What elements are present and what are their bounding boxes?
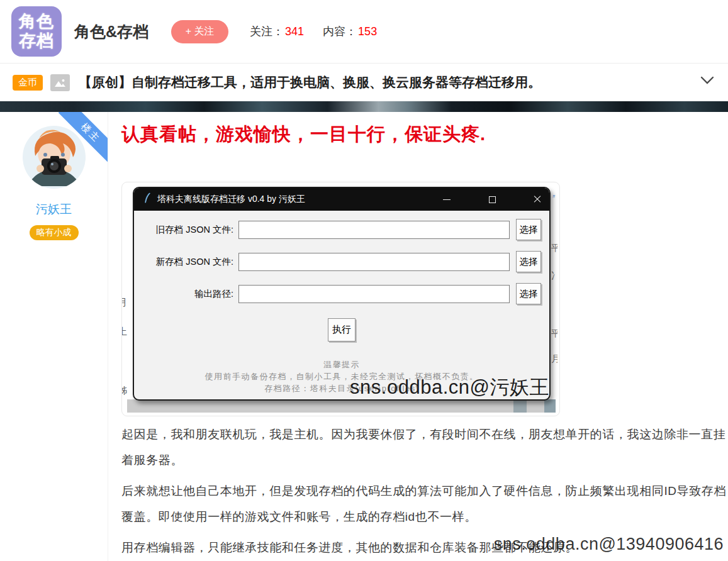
followers-label: 关注：	[250, 25, 284, 38]
board-header: 角色 存档 角色&存档 + 关注 关注：341 内容：153	[0, 0, 728, 63]
output-path-browse-button[interactable]: 选择	[516, 283, 541, 304]
follow-button[interactable]: + 关注	[171, 20, 228, 43]
close-icon[interactable]	[530, 188, 544, 211]
post-headline: 认真看帖，游戏愉快，一目十行，保证头疼.	[121, 122, 728, 147]
board-logo-text-top: 角色	[19, 12, 54, 31]
content-stat: 内容：153	[323, 24, 377, 39]
board-logo-text-bottom: 存档	[19, 31, 54, 51]
screenshot-watermark: sns.oddba.cn@污妖王	[350, 374, 549, 401]
app-window: 塔科夫离线版存档迁移 v0.4 by 污妖王 旧存档 JSON 文件: 选择 新…	[133, 187, 551, 401]
thread-title[interactable]: 【原创】自制存档迁移工具，适用于换电脑、换服、换云服务器等存档迁移用。	[79, 74, 541, 91]
form-row-old-save: 旧存档 JSON 文件: 选择	[142, 219, 541, 240]
board-stats: 关注：341 内容：153	[250, 24, 396, 39]
clipped-text-fragment: 平	[551, 328, 557, 340]
tips-title: 温馨提示	[142, 358, 541, 370]
gold-coin-badge: 金币	[13, 75, 43, 91]
chevron-down-icon[interactable]	[700, 76, 714, 87]
author-sidebar: 楼主	[0, 112, 108, 561]
post-content: 认真看帖，游戏愉快，一目十行，保证头疼. 月 上 姊 平 冫 平 月 〃	[108, 112, 728, 561]
maximize-icon[interactable]	[485, 188, 499, 211]
forum-page: 角色 存档 角色&存档 + 关注 关注：341 内容：153 金币 【原创】自制…	[0, 0, 728, 561]
new-save-label: 新存档 JSON 文件:	[142, 256, 233, 268]
content-value: 153	[358, 25, 377, 38]
post-paragraph: 后来就想让他自己本地开，但是发现存档的代码生成的算法可能加入了硬件信息，防止频繁…	[121, 478, 728, 530]
output-path-label: 输出路径:	[142, 288, 233, 300]
clipped-text-fragment: 冫	[551, 270, 557, 282]
old-save-label: 旧存档 JSON 文件:	[142, 224, 233, 236]
new-save-browse-button[interactable]: 选择	[516, 251, 541, 272]
old-save-browse-button[interactable]: 选择	[516, 219, 541, 240]
minimize-icon[interactable]	[440, 188, 454, 211]
avatar[interactable]	[23, 126, 86, 189]
python-feather-icon	[143, 192, 151, 206]
thread-title-bar: 金币 【原创】自制存档迁移工具，适用于换电脑、换服、换云服务器等存档迁移用。	[0, 63, 728, 101]
clipped-text-fragment: 姊	[122, 385, 128, 397]
board-title: 角色&存档	[74, 21, 148, 42]
app-window-title: 塔科夫离线版存档迁移 v0.4 by 污妖王	[157, 194, 305, 205]
old-save-input[interactable]	[238, 221, 510, 239]
content-label: 内容：	[323, 25, 357, 38]
image-attachment-icon	[50, 74, 70, 91]
post-paragraph: 起因是，我和朋友联机玩，我是主机。因为我要休假了，有段时间不在线，朋友想单开的话…	[121, 421, 728, 473]
execute-button[interactable]: 执行	[328, 318, 356, 342]
author-rank-badge: 略有小成	[30, 225, 79, 240]
output-path-input[interactable]	[238, 285, 510, 303]
clipped-text-fragment: 平	[551, 243, 557, 254]
followers-stat: 关注：341	[250, 24, 304, 39]
form-row-new-save: 新存档 JSON 文件: 选择	[142, 251, 541, 272]
clipped-text-fragment: 月	[551, 353, 557, 365]
author-username[interactable]: 污妖王	[0, 201, 108, 218]
clipped-text-fragment: 月	[122, 297, 128, 309]
tool-screenshot: 月 上 姊 平 冫 平 月 〃 塔科夫离线版存档迁移 v0.4 by 污妖王	[121, 182, 560, 416]
post-area: 楼主	[0, 112, 728, 561]
banner-image	[0, 101, 728, 112]
new-save-input[interactable]	[238, 253, 510, 271]
clipped-text-fragment: 上	[122, 326, 128, 338]
app-window-body: 旧存档 JSON 文件: 选择 新存档 JSON 文件: 选择 输出路径:	[134, 211, 549, 394]
page-watermark: sns.oddba.cn@13940906416	[494, 535, 724, 554]
clipped-mark-fragment: 〃	[551, 192, 557, 201]
app-titlebar: 塔科夫离线版存档迁移 v0.4 by 污妖王	[134, 188, 549, 211]
board-logo: 角色 存档	[11, 6, 62, 57]
form-row-output-path: 输出路径: 选择	[142, 283, 541, 304]
screenshot-background-bar	[127, 399, 554, 413]
followers-value: 341	[285, 25, 304, 38]
